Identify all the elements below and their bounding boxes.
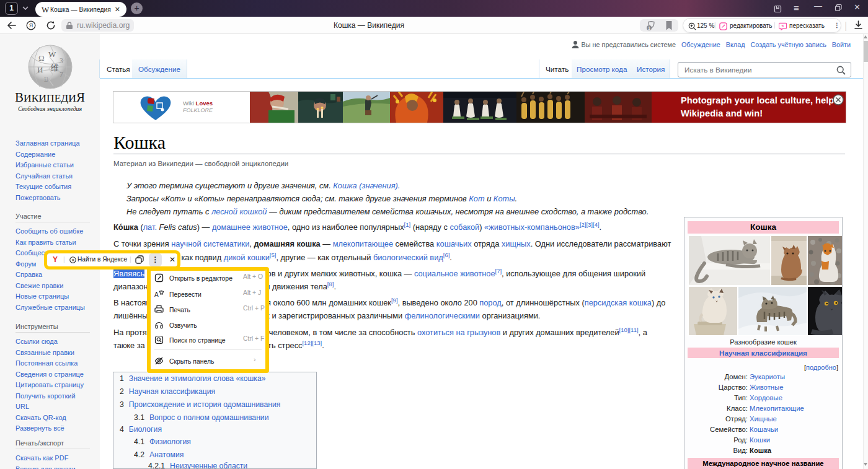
svg-text:7: 7 <box>60 70 63 79</box>
svg-text:维: 维 <box>51 63 59 72</box>
svg-text:Ω: Ω <box>38 53 45 63</box>
svg-text:W: W <box>48 50 56 59</box>
svg-text:1: 1 <box>648 26 650 30</box>
svg-text:«: « <box>782 24 784 28</box>
svg-text:A: A <box>154 291 159 298</box>
svg-text:З: З <box>60 56 63 65</box>
svg-text:Я: Я <box>29 22 33 28</box>
svg-text:И: И <box>37 65 43 74</box>
svg-text:ע: ע <box>44 75 48 84</box>
svg-text:Я: Я <box>71 258 74 262</box>
